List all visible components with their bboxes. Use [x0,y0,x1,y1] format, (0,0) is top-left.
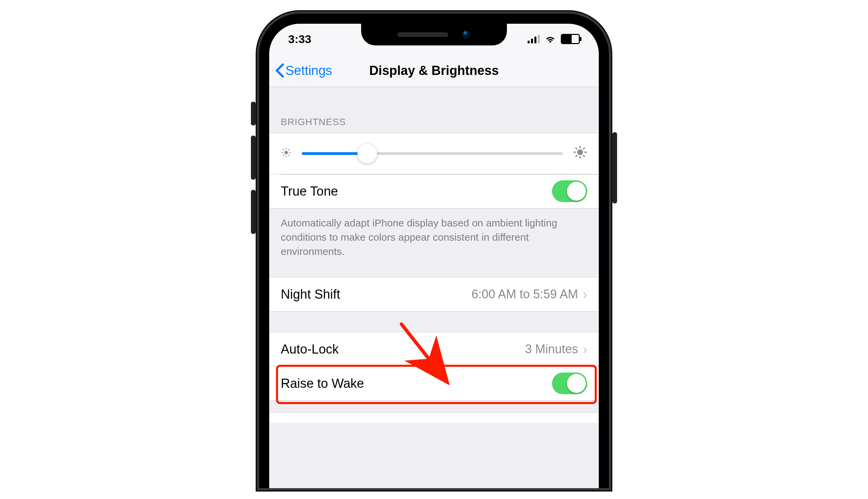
svg-line-16 [575,155,577,157]
night-shift-row[interactable]: Night Shift 6:00 AM to 5:59 AM › [269,277,599,311]
sun-large-icon [573,145,587,162]
night-shift-group: Night Shift 6:00 AM to 5:59 AM › [269,277,599,312]
iphone-frame: 3:33 Settings [259,14,609,488]
svg-line-5 [283,149,284,150]
back-label: Settings [285,63,332,78]
battery-icon [561,34,580,44]
true-tone-description: Automatically adapt iPhone display based… [269,208,599,277]
chevron-left-icon [275,63,284,78]
back-button[interactable]: Settings [269,63,332,78]
side-button [612,132,617,203]
content: BRIGHTNESS True Tone [269,87,599,488]
slider-knob[interactable] [357,144,377,163]
mute-switch [251,102,256,125]
nav-bar: Settings Display & Brightness [269,54,599,87]
true-tone-switch[interactable] [552,180,587,202]
true-tone-label: True Tone [281,184,338,199]
brightness-header: BRIGHTNESS [269,87,599,133]
status-time: 3:33 [288,33,311,46]
brightness-slider-row[interactable] [269,133,599,174]
front-camera [462,30,470,39]
next-group-peek [269,413,599,423]
notch [361,24,507,46]
svg-line-14 [575,147,577,149]
sun-small-icon [281,146,292,161]
lock-group: Auto-Lock 3 Minutes › Raise to Wake [269,332,599,401]
auto-lock-row[interactable]: Auto-Lock 3 Minutes › [269,332,599,366]
speaker-grille [398,32,448,37]
auto-lock-label: Auto-Lock [281,342,339,357]
raise-to-wake-label: Raise to Wake [281,376,364,391]
svg-point-0 [284,150,288,154]
chevron-right-icon: › [583,342,587,357]
volume-down-button [251,190,256,234]
svg-line-8 [289,149,290,150]
cellular-signal-icon [528,35,540,44]
svg-line-6 [289,155,290,156]
svg-line-17 [583,147,585,149]
svg-line-7 [283,155,284,156]
night-shift-value: 6:00 AM to 5:59 AM [471,287,578,301]
raise-to-wake-switch[interactable] [552,373,587,394]
auto-lock-value: 3 Minutes [525,342,578,356]
brightness-slider[interactable] [302,152,563,155]
svg-line-15 [583,155,585,157]
true-tone-row: True Tone [269,174,599,208]
svg-point-9 [577,149,583,155]
brightness-group: True Tone [269,133,599,208]
chevron-right-icon: › [583,287,587,302]
night-shift-label: Night Shift [281,287,340,302]
wifi-icon [545,35,555,43]
screen: 3:33 Settings [269,24,599,488]
raise-to-wake-row: Raise to Wake [269,366,599,400]
volume-up-button [251,136,256,180]
